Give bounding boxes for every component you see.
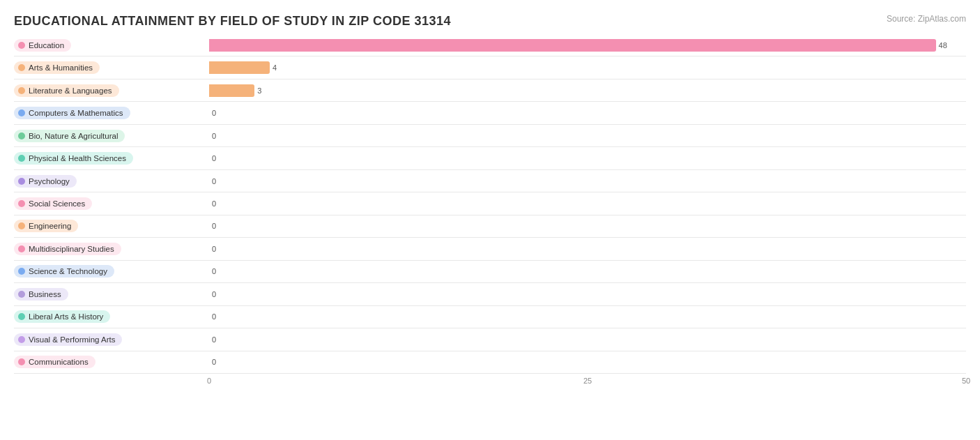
bar-row-bio: Bio, Nature & Agricultural0 (14, 125, 966, 147)
bar-label-visual: Visual & Performing Arts (14, 333, 209, 346)
pill-text-literature: Literature & Languages (29, 86, 112, 95)
graph-area-communications: 0 (209, 351, 966, 373)
bar-row-science: Science & Technology0 (14, 261, 966, 283)
pill-psychology: Psychology (14, 175, 77, 188)
bar-label-bio: Bio, Nature & Agricultural (14, 130, 209, 142)
pill-physical: Physical & Health Sciences (14, 152, 133, 165)
pill-dot-business (18, 291, 25, 298)
pill-text-liberal: Liberal Arts & History (29, 312, 103, 321)
bar-label-communications: Communications (14, 356, 209, 368)
bar-literature: 3 (209, 84, 254, 97)
graph-area-science: 0 (209, 261, 966, 282)
pill-dot-computers (18, 109, 25, 116)
bar-row-physical: Physical & Health Sciences0 (14, 147, 966, 169)
pill-text-engineering: Engineering (29, 222, 71, 230)
bar-row-computers: Computers & Mathematics0 (14, 102, 966, 124)
pill-dot-liberal (18, 313, 25, 320)
graph-area-social: 0 (209, 192, 966, 214)
bar-arts-humanities: 4 (209, 61, 270, 74)
pill-dot-physical (18, 155, 25, 162)
bar-education: 48 (209, 39, 936, 52)
pill-business: Business (14, 288, 68, 301)
graph-area-business: 0 (209, 283, 966, 305)
bar-label-physical: Physical & Health Sciences (14, 152, 209, 165)
bar-value-communications: 0 (212, 358, 216, 366)
bar-value-engineering: 0 (212, 222, 216, 230)
bar-row-social: Social Sciences0 (14, 192, 966, 215)
pill-literature: Literature & Languages (14, 84, 119, 97)
pill-text-arts-humanities: Arts & Humanities (29, 63, 93, 72)
bars-section: Education48Arts & Humanities4Literature … (14, 34, 966, 374)
bar-label-literature: Literature & Languages (14, 84, 209, 97)
bar-value-psychology: 0 (212, 177, 216, 185)
bar-row-psychology: Psychology0 (14, 170, 966, 192)
pill-text-social: Social Sciences (29, 199, 85, 208)
chart-container: EDUCATIONAL ATTAINMENT BY FIELD OF STUDY… (0, 0, 980, 440)
bar-label-engineering: Engineering (14, 220, 209, 232)
bar-value-visual: 0 (212, 335, 216, 344)
x-tick-25: 25 (583, 377, 592, 385)
bar-value-physical: 0 (212, 154, 216, 162)
bar-label-psychology: Psychology (14, 175, 209, 188)
x-tick-50: 50 (962, 377, 970, 385)
bar-row-business: Business0 (14, 283, 966, 305)
pill-bio: Bio, Nature & Agricultural (14, 130, 125, 142)
graph-area-multidisc: 0 (209, 238, 966, 259)
pill-text-multidisc: Multidisciplinary Studies (29, 245, 114, 253)
bar-value-liberal: 0 (212, 312, 216, 321)
bar-value-literature: 3 (257, 86, 261, 95)
bar-value-science: 0 (212, 267, 216, 275)
bar-label-social: Social Sciences (14, 197, 209, 210)
graph-area-computers: 0 (209, 102, 966, 123)
graph-area-arts-humanities: 4 (209, 56, 966, 78)
bar-row-engineering: Engineering0 (14, 215, 966, 238)
bar-row-multidisc: Multidisciplinary Studies0 (14, 238, 966, 260)
pill-dot-psychology (18, 178, 25, 185)
pill-text-physical: Physical & Health Sciences (29, 154, 126, 162)
pill-dot-bio (18, 132, 25, 139)
pill-text-communications: Communications (29, 358, 89, 366)
pill-education: Education (14, 39, 71, 52)
bar-label-multidisc: Multidisciplinary Studies (14, 243, 209, 255)
graph-area-psychology: 0 (209, 170, 966, 192)
pill-visual: Visual & Performing Arts (14, 333, 122, 346)
bar-row-arts-humanities: Arts & Humanities4 (14, 56, 966, 79)
chart-area: Education48Arts & Humanities4Literature … (14, 34, 966, 390)
pill-dot-engineering (18, 222, 25, 229)
bar-value-social: 0 (212, 199, 216, 208)
graph-area-visual: 0 (209, 328, 966, 350)
bar-label-computers: Computers & Mathematics (14, 107, 209, 119)
pill-computers: Computers & Mathematics (14, 107, 130, 119)
bar-label-business: Business (14, 288, 209, 301)
bar-label-education: Education (14, 39, 209, 52)
bar-label-arts-humanities: Arts & Humanities (14, 61, 209, 74)
pill-arts-humanities: Arts & Humanities (14, 61, 100, 74)
pill-science: Science & Technology (14, 265, 114, 278)
bar-label-liberal: Liberal Arts & History (14, 310, 209, 323)
bar-value-arts-humanities: 4 (273, 63, 277, 72)
bar-value-computers: 0 (212, 109, 216, 117)
bar-value-business: 0 (212, 290, 216, 298)
pill-dot-literature (18, 87, 25, 94)
bar-label-science: Science & Technology (14, 265, 209, 278)
pill-social: Social Sciences (14, 197, 92, 210)
bar-row-communications: Communications0 (14, 351, 966, 374)
graph-area-liberal: 0 (209, 306, 966, 328)
pill-engineering: Engineering (14, 220, 78, 232)
graph-area-education: 48 (209, 34, 966, 56)
graph-area-engineering: 0 (209, 215, 966, 237)
pill-text-education: Education (29, 41, 64, 50)
pill-dot-arts-humanities (18, 64, 25, 71)
graph-area-literature: 3 (209, 79, 966, 101)
pill-multidisc: Multidisciplinary Studies (14, 243, 121, 255)
bar-value-education: 48 (939, 41, 947, 50)
bar-row-liberal: Liberal Arts & History0 (14, 306, 966, 328)
pill-text-computers: Computers & Mathematics (29, 109, 123, 117)
pill-text-bio: Bio, Nature & Agricultural (29, 132, 118, 140)
pill-text-psychology: Psychology (29, 177, 70, 185)
bar-row-education: Education48 (14, 34, 966, 56)
pill-dot-multidisc (18, 245, 25, 252)
graph-area-physical: 0 (209, 147, 966, 169)
x-tick-0: 0 (207, 377, 211, 385)
pill-text-business: Business (29, 290, 61, 298)
